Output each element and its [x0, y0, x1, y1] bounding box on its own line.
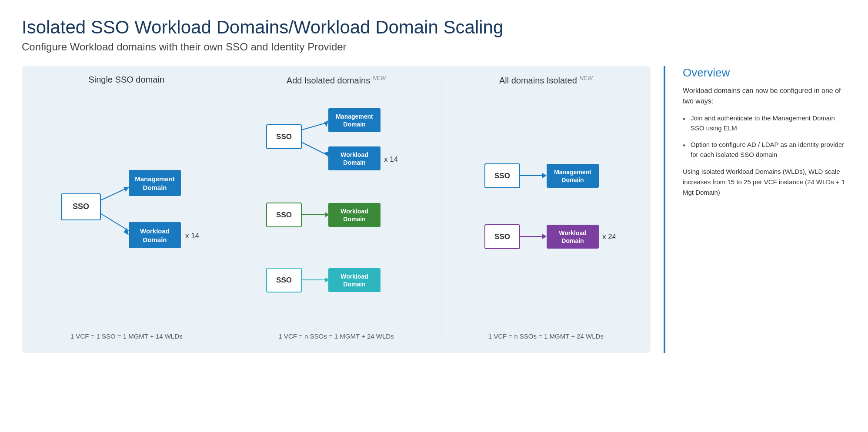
overview-title: Overview [683, 66, 846, 80]
svg-text:SSO: SSO [73, 202, 89, 211]
svg-text:SSO: SSO [276, 276, 292, 284]
svg-text:x 14: x 14 [185, 232, 199, 240]
overview-panel: Overview Workload domains can now be con… [664, 66, 846, 353]
svg-text:Workload: Workload [140, 227, 170, 235]
svg-text:Management: Management [336, 113, 373, 120]
svg-text:SSO: SSO [494, 233, 510, 241]
col3-footer: 1 VCF = n SSOs = 1 MGMT + 24 WLDs [484, 332, 608, 340]
svg-text:SSO: SSO [276, 133, 292, 141]
svg-text:Workload: Workload [341, 273, 368, 280]
svg-text:Domain: Domain [343, 281, 365, 288]
svg-marker-50 [542, 234, 547, 239]
svg-marker-16 [324, 120, 328, 127]
col1-title: Single SSO domain [88, 75, 164, 85]
svg-text:Management: Management [554, 169, 592, 176]
svg-rect-44 [547, 164, 599, 188]
svg-line-15 [301, 123, 327, 130]
col2-footer: 1 VCF = n SSOs = 1 MGMT + 24 WLDs [274, 332, 398, 340]
col2-diagram: SSO Management Domain Workload Domain [236, 99, 436, 325]
svg-line-17 [301, 142, 327, 155]
svg-marker-5 [124, 228, 129, 235]
svg-text:Domain: Domain [343, 216, 365, 223]
col3-title: All domains Isolated NEW [499, 75, 593, 86]
svg-rect-30 [328, 203, 381, 227]
svg-text:x 14: x 14 [384, 155, 398, 163]
overview-bullet-1: Join and authenticate to the Management … [683, 113, 846, 133]
svg-line-4 [100, 213, 129, 231]
col2-title: Add Isolated domains NEW [287, 75, 386, 86]
page-subtitle: Configure Workload domains with their ow… [22, 41, 846, 53]
svg-text:Workload: Workload [341, 208, 368, 215]
main-content: Single SSO domain SSO Management Domain [22, 66, 846, 353]
svg-text:Domain: Domain [343, 159, 365, 166]
svg-rect-9 [129, 222, 181, 248]
overview-bottom: Using Isolated Workload Domains (WLDs), … [683, 166, 846, 198]
svg-rect-22 [328, 146, 381, 170]
overview-bullet-2: Option to configure AD / LDAP as an iden… [683, 140, 846, 160]
diagram-col-2: Add Isolated domains NEW SSO Mana [231, 66, 441, 344]
overview-bullets: Join and authenticate to the Management … [683, 113, 846, 160]
overview-intro: Workload domains can now be configured i… [683, 86, 846, 106]
svg-text:Workload: Workload [341, 151, 368, 158]
svg-marker-43 [542, 173, 547, 178]
diagram-col-1: Single SSO domain SSO Management Domain [22, 66, 231, 344]
svg-text:Domain: Domain [143, 184, 167, 191]
svg-text:Domain: Domain [143, 236, 167, 243]
svg-rect-19 [328, 108, 381, 132]
diagram-col-3: All domains Isolated NEW SSO Management … [441, 66, 651, 344]
svg-text:x 24: x 24 [602, 233, 615, 241]
svg-rect-51 [547, 225, 599, 249]
page-title: Isolated SSO Workload Domains/Workload D… [22, 17, 846, 37]
svg-rect-37 [328, 268, 381, 292]
svg-text:Management: Management [135, 175, 175, 183]
svg-text:Workload: Workload [559, 229, 587, 236]
col3-diagram: SSO Management Domain SSO [446, 99, 646, 325]
svg-text:Domain: Domain [562, 176, 584, 183]
svg-text:Domain: Domain [562, 237, 584, 244]
svg-marker-18 [324, 152, 329, 157]
diagrams-area: Single SSO domain SSO Management Domain [22, 66, 651, 353]
col1-diagram: SSO Management Domain Workload Domain [26, 98, 227, 325]
svg-rect-6 [129, 170, 181, 196]
svg-text:Domain: Domain [343, 121, 365, 128]
svg-text:SSO: SSO [276, 211, 292, 219]
col1-footer: 1 VCF = 1 SSO = 1 MGMT + 14 WLDs [66, 332, 187, 340]
svg-text:SSO: SSO [494, 172, 510, 180]
